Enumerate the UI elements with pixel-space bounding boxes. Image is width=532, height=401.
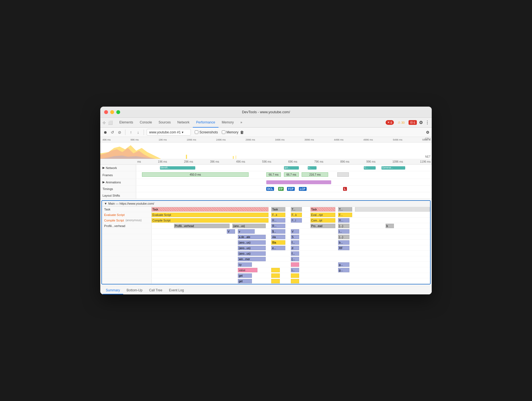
r13-block-2[interactable] (271, 273, 280, 278)
r8-block-2[interactable]: e... (271, 246, 285, 250)
expand-anim-icon[interactable]: ▶ (102, 180, 105, 184)
task-block-6[interactable] (355, 207, 430, 212)
memory-icon[interactable]: 🗑 (240, 130, 244, 134)
r13-block-1[interactable]: get (238, 273, 252, 278)
screenshots-checkbox[interactable] (195, 130, 198, 134)
minimize-button[interactable] (110, 110, 114, 114)
r8-block-4[interactable]: RF (338, 246, 349, 250)
reload-button[interactable]: ↺ (110, 130, 115, 135)
flame-content-11[interactable]: cy g... (152, 262, 430, 267)
r10-block-2[interactable]: (... (291, 257, 299, 261)
maximize-button[interactable] (116, 110, 120, 114)
flame-content-8[interactable]: (ano...us) e... d RF (152, 245, 430, 250)
flame-content-10[interactable]: win...mer (... (152, 256, 430, 262)
tab-sources[interactable]: Sources (155, 118, 174, 128)
memory-checkbox[interactable] (222, 130, 225, 134)
r7-block-1[interactable]: (ano...us) (238, 240, 266, 245)
r11-block-2[interactable] (291, 262, 299, 267)
flame-content-9[interactable]: (ano...us) f... (152, 251, 430, 256)
flame-content-13[interactable]: get (152, 273, 430, 278)
compile-block-3[interactable]: F...l (291, 218, 302, 223)
compile-block-2[interactable]: R... (271, 218, 285, 223)
r5-block-5[interactable]: i... (338, 229, 349, 234)
flame-content-6[interactable]: a.de...ate xla S (...) (152, 234, 430, 239)
r14-block-3[interactable] (291, 279, 299, 283)
more-icon[interactable]: ⋮ (425, 120, 430, 125)
tab-memory[interactable]: Memory (218, 118, 237, 128)
task-block-2[interactable]: Task (271, 207, 285, 212)
r11-block-1[interactable]: cy (238, 262, 252, 267)
record-button[interactable]: ⏺ (102, 130, 108, 135)
eval-block-3[interactable]: F...k (291, 213, 302, 217)
r6-block-3[interactable]: S (291, 235, 299, 239)
r14-block-1[interactable]: get (238, 279, 252, 283)
profiling-block-6[interactable]: b (386, 224, 394, 228)
r9-block-1[interactable]: (ano...us) (238, 251, 266, 256)
r12-block-3[interactable]: i... (291, 268, 299, 272)
r13-block-3[interactable] (291, 273, 299, 278)
task-block-4[interactable]: Task (310, 207, 336, 212)
tab-performance[interactable]: Performance (193, 118, 218, 128)
r14-block-2[interactable] (271, 279, 280, 283)
flame-content-task[interactable]: Task Task T... Task T... (152, 207, 430, 212)
clear-button[interactable]: ⊘ (117, 130, 122, 135)
flame-content-evaluate[interactable]: Evaluate Script F...k F...k Eval...ript … (152, 212, 430, 217)
inspect-icon[interactable]: ⊹ (102, 120, 106, 125)
eval-block-5[interactable]: F... (338, 213, 352, 217)
settings-icon[interactable]: ⚙ (419, 120, 423, 125)
collapse-icon[interactable]: ▼ (104, 202, 107, 205)
flame-content-7[interactable]: (ano...us) Bla f... b... (152, 240, 430, 245)
device-icon[interactable]: ⬜ (108, 120, 113, 125)
r9-block-2[interactable]: f... (291, 251, 299, 256)
r10-block-1[interactable]: win...mer (238, 257, 266, 261)
profiling-block-3[interactable]: R... (271, 224, 285, 228)
r12-block-4[interactable]: g... (338, 268, 349, 272)
r7-block-2[interactable]: Bla (271, 240, 285, 245)
r8-block-3[interactable]: d (291, 246, 299, 250)
task-block-3[interactable]: T... (291, 207, 302, 212)
profiling-block-2[interactable]: (ano...us) (232, 224, 266, 228)
info-badge[interactable]: ⊟ 6 (409, 120, 417, 125)
profiling-block-4[interactable]: Pro...ead (310, 224, 336, 228)
r5-block-3[interactable]: $... (271, 229, 285, 234)
r5-block-2[interactable]: v (238, 229, 254, 234)
flame-content-14[interactable]: get (152, 278, 430, 284)
r7-block-4[interactable]: b... (338, 240, 349, 245)
tab-network[interactable]: Network (174, 118, 193, 128)
r11-block-3[interactable]: g... (338, 262, 349, 267)
r5-block-1[interactable]: V (227, 229, 235, 234)
bottom-tab-event-log[interactable]: Event Log (166, 287, 187, 294)
bottom-tab-bottom-up[interactable]: Bottom-Up (123, 287, 146, 294)
download-button[interactable]: ↓ (135, 130, 141, 135)
eval-block-1[interactable]: Evaluate Script (152, 213, 268, 217)
r6-block-1[interactable]: a.de...ate (238, 235, 266, 239)
tab-elements[interactable]: Elements (116, 118, 136, 128)
eval-block-4[interactable]: Eval...ript (310, 213, 336, 217)
profiling-block-1[interactable]: Profili...verhead (174, 224, 230, 228)
r6-block-4[interactable]: (...) (338, 235, 349, 239)
expand-icon[interactable]: ▶ (102, 166, 105, 170)
bottom-tab-summary[interactable]: Summary (102, 287, 123, 294)
r6-block-2[interactable]: xla (271, 235, 285, 239)
bottom-tab-call-tree[interactable]: Call Tree (146, 287, 166, 294)
warning-badge[interactable]: ⚠ 30 (396, 120, 406, 125)
task-block-1[interactable]: Task (152, 207, 268, 212)
compile-block-4[interactable]: Com...ipt (310, 218, 336, 223)
flame-content-12[interactable]: value i... g... (152, 267, 430, 273)
r12-block-2[interactable] (271, 268, 280, 272)
r7-block-3[interactable]: f... (291, 240, 299, 245)
flame-content-profiling[interactable]: Profili...verhead (ano...us) R... Pro...… (152, 223, 430, 228)
r12-block-1[interactable]: value (238, 268, 257, 272)
url-selector[interactable]: www.youtube.com #1 ▾ (147, 129, 191, 136)
upload-button[interactable]: ↑ (128, 130, 134, 135)
error-badge[interactable]: ✕ 8 (386, 120, 394, 125)
task-block-5[interactable]: T... (338, 207, 352, 212)
tab-console[interactable]: Console (136, 118, 155, 128)
tab-more[interactable]: » (237, 118, 246, 128)
compile-block-1[interactable]: Compile Script (152, 218, 268, 223)
flame-content-5[interactable]: V v $... V i... (152, 229, 430, 234)
compile-block-5[interactable]: R... (338, 218, 349, 223)
toolbar-settings-icon[interactable]: ⚙ (426, 130, 430, 134)
r5-block-4[interactable]: V (291, 229, 299, 234)
eval-block-2[interactable]: F...k (271, 213, 285, 217)
